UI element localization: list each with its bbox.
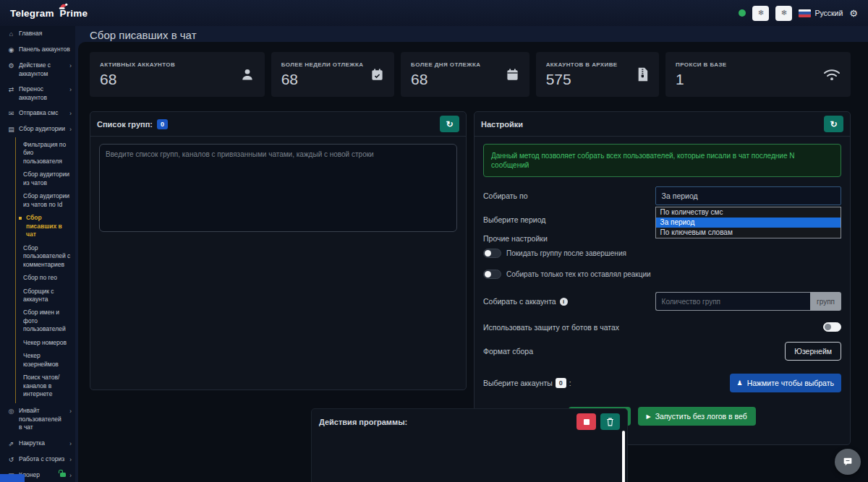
- chevron-right-icon: ›: [69, 439, 72, 448]
- sidebar-item-label: Накрутка: [19, 439, 66, 447]
- snowflake-icon: ❄: [758, 9, 764, 17]
- sidebar-subitem-active[interactable]: Сбор писавших в чат: [16, 212, 75, 241]
- santa-hat-icon: [58, 2, 69, 10]
- sidebar-item-account-action[interactable]: ⚙Действие с аккаунтом›: [0, 58, 75, 82]
- logo-text-telegram: Telegram: [10, 8, 54, 19]
- sidebar-item-label: Перенос аккаунтов: [19, 85, 66, 102]
- dropdown-option[interactable]: По ключевым словам: [656, 228, 841, 238]
- sidebar-item-boost[interactable]: ⇗Накрутка›: [0, 436, 75, 452]
- groups-suffix: групп: [810, 292, 841, 311]
- settings-panel-title: Настройки: [481, 120, 523, 129]
- reactions-only-toggle[interactable]: [483, 270, 501, 279]
- sidebar-bottom-accent: [0, 474, 25, 482]
- stat-value: 68: [411, 71, 480, 88]
- sidebar-item-accounts-panel[interactable]: ◉Панель аккаунтов: [0, 42, 75, 58]
- bot-protection-label: Использовать защиту от ботов в чатах: [483, 323, 619, 332]
- settings-gear-button[interactable]: ⚙: [849, 8, 858, 19]
- chat-bubble-icon: [842, 456, 854, 468]
- sidebar-item-invite[interactable]: ◎Инвайт пользователей в чат›: [0, 403, 75, 435]
- sidebar-item-home[interactable]: ⌂Главная: [0, 26, 75, 42]
- sidebar-subitem[interactable]: Сбор по гео: [16, 272, 75, 285]
- select-accounts-button[interactable]: ♟ Нажмите чтобы выбрать: [730, 374, 841, 392]
- sidebar-subitem[interactable]: Сбор пользователей с комментариев: [16, 241, 75, 271]
- account-action-icon: ⚙: [7, 61, 15, 70]
- sidebar-subitem[interactable]: Фильтрация по био пользователя: [16, 138, 75, 168]
- stat-value: 68: [100, 71, 175, 88]
- unlock-icon: [60, 473, 66, 477]
- stat-card-calendar: БОЛЕЕ ДНЯ ОТЛЕЖКА68: [401, 52, 529, 97]
- leave-group-toggle[interactable]: [483, 249, 501, 258]
- calendar-icon: [506, 68, 519, 82]
- groups-refresh-button[interactable]: ↻: [440, 116, 459, 132]
- refresh-icon: ↻: [446, 119, 453, 129]
- sidebar-item-accounts-transfer[interactable]: ⇄Перенос аккаунтов›: [0, 82, 75, 106]
- sidebar-subitem[interactable]: Сбор аудитории из чатов по Id: [16, 190, 75, 212]
- stat-value: 575: [546, 71, 618, 88]
- main-area: Сбор писавших в чат АКТИВНЫХ АККАУНТОВ68…: [75, 26, 868, 482]
- chevron-right-icon: ›: [69, 109, 72, 118]
- sidebar-submenu: Фильтрация по био пользователяСбор аудит…: [15, 137, 75, 403]
- sidebar-subitem[interactable]: Сборщик с аккаунта: [16, 285, 75, 306]
- groups-panel: Список групп: 0 ↻: [90, 111, 467, 390]
- dropdown-option[interactable]: За период: [656, 218, 841, 228]
- wifi-icon: [823, 67, 841, 82]
- sidebar-subitem[interactable]: Сбор аудитории из чатов: [16, 168, 75, 190]
- transfer-icon: ⇄: [7, 85, 15, 94]
- app-logo[interactable]: Telegram Prime: [10, 8, 88, 19]
- run-no-logs-button[interactable]: ▶ Запустить без логов в веб: [638, 407, 756, 426]
- sidebar-item-label: Сбор аудитории: [19, 125, 66, 133]
- users-icon: ◉: [7, 46, 15, 54]
- program-actions-panel: Действия программы:: [311, 408, 628, 482]
- stat-label: БОЛЕЕ НЕДЕЛИ ОТЛЕЖКА: [281, 61, 364, 68]
- stat-value: 1: [676, 71, 727, 88]
- accounts-colon: :: [569, 379, 571, 387]
- stat-label: БОЛЕЕ ДНЯ ОТЛЕЖКА: [411, 61, 480, 68]
- sidebar-subitem[interactable]: Чекер юзернеймов: [16, 350, 75, 371]
- refresh-icon: ↻: [830, 119, 837, 129]
- sidebar-subitem[interactable]: Чекер номеров: [16, 336, 75, 349]
- format-select-button[interactable]: Юзернейм: [785, 342, 841, 361]
- content-area: АКТИВНЫХ АККАУНТОВ68БОЛЕЕ НЕДЕЛИ ОТЛЕЖКА…: [78, 42, 868, 482]
- method-info-alert: Данный метод позволяет собрать всех поль…: [483, 144, 841, 177]
- groups-count-badge: 0: [157, 119, 168, 129]
- language-selector[interactable]: Русский: [799, 9, 843, 17]
- person-icon: [240, 67, 255, 82]
- sidebar-subitem[interactable]: Поиск чатов/каналов в интернете: [16, 371, 75, 401]
- sidebar-item-label: Работа с сториз: [19, 455, 66, 463]
- sidebar-item-label: Панель аккаунтов: [19, 46, 72, 53]
- leave-group-label: Покидать группу после завершения: [506, 249, 626, 257]
- clear-log-button[interactable]: [600, 413, 620, 430]
- person-icon: ♟: [737, 379, 743, 387]
- sidebar-item-send-sms[interactable]: ✉Отправка смс›: [0, 106, 75, 121]
- dropdown-option[interactable]: По количеству смс: [656, 207, 841, 218]
- stop-button[interactable]: [576, 413, 596, 430]
- log-scrollbar[interactable]: [622, 431, 625, 482]
- program-actions-title: Действия программы:: [319, 418, 407, 426]
- boost-icon: ⇗: [7, 439, 15, 448]
- sms-icon: ✉: [7, 109, 15, 118]
- chevron-right-icon: ›: [69, 125, 72, 134]
- collect-by-label: Собирать по: [483, 191, 527, 200]
- chevron-right-icon: ›: [69, 407, 72, 416]
- groups-count-input[interactable]: [655, 292, 810, 311]
- support-chat-button[interactable]: [835, 449, 861, 475]
- sidebar-item-label: Инвайт пользователей в чат: [19, 407, 66, 431]
- theme-toggle-button-2[interactable]: ❄: [775, 6, 792, 21]
- groups-list-textarea[interactable]: [99, 144, 457, 232]
- stat-label: АККАУНТОВ В АРХИВЕ: [546, 61, 618, 68]
- theme-toggle-button-1[interactable]: ❄: [752, 6, 769, 21]
- sidebar-item-stories[interactable]: ↺Работа с сториз›: [0, 452, 75, 468]
- groups-panel-title: Список групп:: [97, 120, 153, 129]
- chevron-right-icon: ›: [69, 471, 72, 480]
- accounts-count-badge: 0: [556, 378, 566, 388]
- status-dot: [739, 9, 746, 17]
- sidebar-subitem[interactable]: Сбор имен и фото пользователей: [16, 306, 75, 336]
- bot-protection-toggle[interactable]: [823, 322, 841, 332]
- page-title: Сбор писавших в чат: [90, 29, 197, 41]
- format-label: Формат сбора: [483, 347, 533, 356]
- period-label: Выберите период: [483, 215, 545, 224]
- stat-card-calendar-check: БОЛЕЕ НЕДЕЛИ ОТЛЕЖКА68: [271, 52, 394, 97]
- settings-refresh-button[interactable]: ↻: [824, 116, 843, 132]
- collect-by-select[interactable]: За период: [655, 186, 841, 205]
- sidebar-item-audience-collect[interactable]: ▤Сбор аудитории›: [0, 121, 75, 137]
